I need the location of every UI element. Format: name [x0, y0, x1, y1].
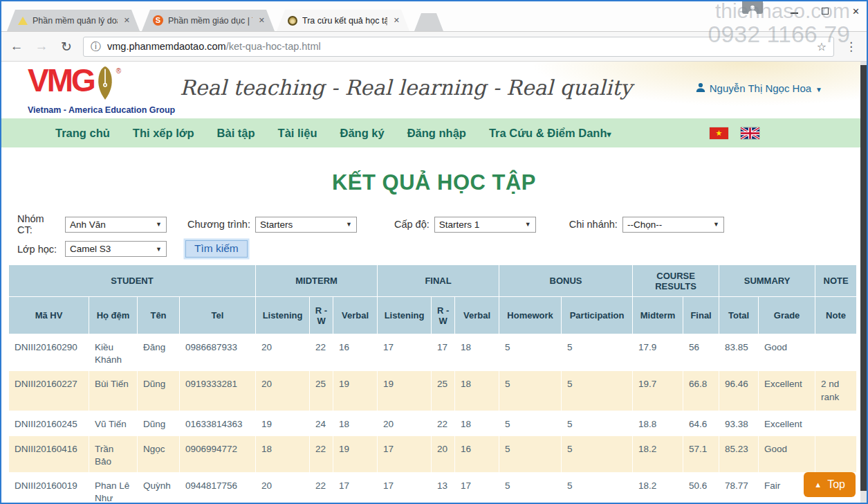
chuong-trinh-select[interactable]: Starters▼: [255, 217, 357, 233]
uk-flag-icon[interactable]: [741, 127, 759, 139]
column-header: Listening: [378, 297, 432, 334]
table-cell: 20: [432, 435, 455, 472]
table-cell: [815, 334, 857, 371]
tab-title: Phần mềm giáo dục | Tiế: [168, 16, 252, 26]
nav-item-3[interactable]: Bài tập: [217, 127, 255, 140]
table-cell: 25: [310, 371, 333, 411]
nav-item-5[interactable]: Đăng ký: [340, 127, 384, 140]
maximize-button[interactable]: [822, 8, 829, 15]
page-title: KẾT QUẢ HỌC TẬP: [1, 170, 867, 195]
select-arrow-icon: ▼: [346, 221, 352, 228]
address-bar[interactable]: ⓘ vmg.phanmemdaotao.com/ket-qua-hoc-tap.…: [83, 37, 834, 57]
table-cell: DNIII20160416: [9, 435, 89, 472]
table-cell: 13: [432, 473, 455, 503]
table-cell: 22: [310, 473, 333, 503]
group-header: SUMMARY: [719, 265, 815, 297]
nav-item-6[interactable]: Đăng nhập: [407, 127, 466, 140]
url-host: vmg.phanmemdaotao.com: [107, 41, 226, 52]
vmg-logo[interactable]: VMG ® Vietnam - America Education Group: [28, 66, 175, 115]
table-row: DNIII20160245Vũ TiếnDũng0163381436319241…: [9, 411, 857, 435]
column-header: Participation: [562, 297, 633, 334]
user-menu[interactable]: Nguyễn Thị Ngọc Hoa ▼: [696, 82, 822, 94]
table-cell: 0919333281: [180, 371, 256, 411]
browser-toolbar: ← → ↻ ⓘ vmg.phanmemdaotao.com/ket-qua-ho…: [1, 32, 867, 62]
table-cell: Good: [759, 435, 815, 472]
column-header: Tel: [180, 297, 256, 334]
browser-titlebar: Phần mềm quản lý doanh✕SPhần mềm giáo dụ…: [1, 1, 867, 32]
group-header: FINAL: [378, 265, 499, 297]
minimize-button[interactable]: [791, 12, 798, 14]
forward-icon[interactable]: →: [33, 39, 50, 54]
table-cell: 18: [455, 334, 499, 371]
chi-nhanh-select[interactable]: --Chọn--▼: [622, 217, 724, 233]
table-cell: 16: [333, 334, 378, 371]
bookmark-star-icon[interactable]: ☆: [817, 40, 827, 53]
user-icon: [696, 82, 705, 94]
table-cell: DNIII20160019: [9, 473, 89, 503]
back-to-top-button[interactable]: ▲ Top: [804, 472, 856, 497]
column-header: R - W: [432, 297, 455, 334]
nhom-ct-select[interactable]: Anh Văn▼: [65, 217, 167, 233]
table-cell: 19: [378, 371, 432, 411]
table-cell: 20: [256, 371, 310, 411]
tab-close-icon[interactable]: ✕: [122, 15, 131, 26]
table-cell: DNIII20160227: [9, 371, 89, 411]
table-cell: 64.6: [683, 411, 719, 435]
table-cell: 22: [432, 411, 455, 435]
table-cell: 18.2: [633, 473, 683, 503]
vertical-scrollbar[interactable]: [860, 62, 867, 503]
new-tab-button[interactable]: [414, 13, 443, 31]
browser-menu-icon[interactable]: ⋮: [842, 39, 860, 54]
table-cell: 5: [499, 435, 562, 472]
logo-text: VMG: [28, 66, 94, 96]
table-cell: 93.38: [719, 411, 759, 435]
tab-title: Phần mềm quản lý doanh: [33, 16, 118, 26]
table-cell: 18: [256, 435, 310, 472]
nav-item-4[interactable]: Tài liệu: [278, 127, 317, 140]
url-path: /ket-qua-hoc-tap.html: [226, 41, 321, 52]
page-info-icon[interactable]: ⓘ: [91, 40, 101, 53]
nav-item-7[interactable]: Tra Cứu & Điểm Danh▾: [489, 127, 611, 140]
table-row: DNIII20160416Trần BảoNgọc090699477218221…: [9, 435, 857, 472]
profile-avatar-icon[interactable]: [742, 1, 763, 14]
close-button[interactable]: ✕: [852, 7, 860, 16]
vietnam-flag-icon[interactable]: ★: [710, 127, 728, 139]
filters: Nhóm CT: Anh Văn▼ Chương trình: Starters…: [17, 213, 867, 258]
cap-do-select[interactable]: Starters 1▼: [434, 217, 536, 233]
scrollbar-thumb[interactable]: [860, 65, 867, 491]
column-header: Verbal: [455, 297, 499, 334]
search-button[interactable]: Tìm kiếm: [185, 240, 248, 258]
tab-close-icon[interactable]: ✕: [392, 15, 401, 26]
reload-icon[interactable]: ↻: [58, 39, 75, 55]
column-header: Verbal: [333, 297, 378, 334]
site-header: VMG ® Vietnam - America Education Group …: [1, 62, 867, 118]
table-cell: 17: [432, 334, 455, 371]
tab-close-icon[interactable]: ✕: [257, 15, 266, 26]
browser-tab-3[interactable]: Tra cứu kết quả học tập✕: [277, 10, 409, 31]
table-cell: 19: [333, 435, 378, 472]
table-cell: 96.46: [719, 371, 759, 411]
table-cell: 2 nd rank: [815, 371, 857, 411]
window-controls: ✕: [742, 1, 860, 16]
table-cell: Good: [759, 334, 815, 371]
table-row: DNIII20160290Kiều KhánhĐăng0986687933202…: [9, 334, 857, 371]
pen-nib-icon: [97, 66, 113, 103]
select-arrow-icon: ▼: [156, 221, 162, 228]
table-cell: 78.77: [719, 473, 759, 503]
group-header: STUDENT: [9, 265, 256, 297]
nav-item-1[interactable]: Trang chủ: [55, 127, 110, 140]
browser-tab-2[interactable]: SPhần mềm giáo dục | Tiế✕: [142, 10, 275, 31]
lop-hoc-select[interactable]: Camel S3▼: [65, 241, 167, 257]
table-cell: 5: [562, 411, 633, 435]
back-icon[interactable]: ←: [8, 39, 25, 54]
table-cell: Ngọc: [138, 435, 180, 472]
column-header: Tên: [138, 297, 180, 334]
table-cell: Dũng: [138, 411, 180, 435]
table-cell: Đăng: [138, 334, 180, 371]
browser-tab-1[interactable]: Phần mềm quản lý doanh✕: [7, 10, 140, 31]
table-cell: DNIII20160245: [9, 411, 89, 435]
table-cell: 83.85: [719, 334, 759, 371]
table-cell: Excellent: [759, 411, 815, 435]
nav-item-2[interactable]: Thi xếp lớp: [133, 127, 194, 140]
table-cell: 17: [378, 473, 432, 503]
